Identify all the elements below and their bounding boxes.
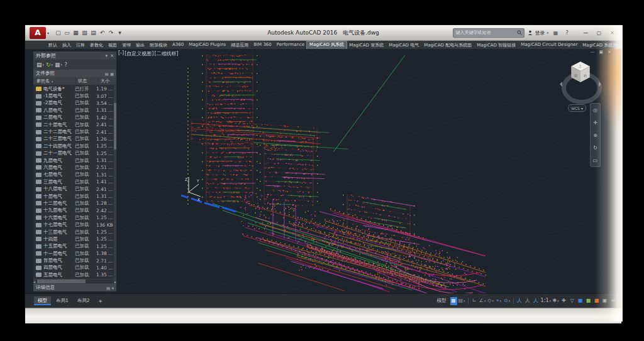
zoom-icon[interactable]: ⊕ [593,133,597,138]
details-header[interactable]: 详细信息 ▤▾ [33,284,116,291]
ribbon-tab[interactable]: MagiCAD 管系统 [347,41,386,49]
viewcube-cube[interactable]: 上 前 右 [570,62,591,83]
layout-tab-+[interactable]: + [95,297,106,305]
grid-icon[interactable]: ▦ [450,297,457,305]
xref-row[interactable]: 九层电气已加载1.31 ... [33,157,116,164]
drawing-close-icon[interactable]: ✕ [608,50,611,55]
workspace-icon[interactable]: ✱▾ [552,297,559,305]
customize-icon[interactable]: ≡ [609,297,616,305]
xref-row[interactable]: 五层电气已加载1.35 ... [33,271,116,278]
vertical-scrollbar[interactable] [114,85,116,279]
signin-button[interactable]: 登录 ▾ [528,30,548,36]
redo-icon[interactable]: ↷ [108,29,114,36]
xref-row[interactable]: 二十一层电气已加载1.25 ... [33,150,116,157]
tree-view-icon[interactable]: ▦ [110,72,114,76]
ribbon-tab[interactable]: 附加模块 [147,41,170,49]
close-button[interactable]: ✕ [606,28,619,38]
navigation-bar[interactable]: ◎✛⊕↻▭ [590,103,601,167]
visual-style-control[interactable]: [二维线框] [154,50,178,57]
layout-tab-布局2[interactable]: 布局2 [74,296,94,305]
xref-palette-titlebar[interactable]: 外部参照 ▾✕ [33,51,116,60]
xref-row[interactable]: 四层电气已加载1.40 ... [33,264,116,271]
column-size[interactable]: 大小 [99,78,116,84]
clean-screen-icon[interactable]: ▣ [601,297,608,305]
minimize-button[interactable]: — [579,28,592,38]
scroll-left-icon[interactable]: ◂ [33,279,35,284]
orbit-icon[interactable]: ↻ [593,145,597,151]
hscroll-track[interactable] [36,279,114,283]
xref-row[interactable]: -2层电气已加载3.54 ... [33,100,116,107]
hscroll-thumb[interactable] [37,279,86,283]
ortho-icon[interactable]: ∟ [471,297,478,305]
isolate-objects-icon[interactable]: ■ [585,297,592,305]
pan-icon[interactable]: ✛ [593,120,597,126]
ribbon-tab[interactable]: 默认 [46,41,60,49]
ribbon-tab[interactable]: MagiCAD 智能链接 [474,41,518,49]
palette-menu-icon[interactable]: ▾ [106,53,108,58]
ribbon-tab[interactable]: 精选应用 [228,41,251,49]
xref-row[interactable]: 三层电气已加载1.41 ... [33,178,116,185]
list-view-icon[interactable]: ▤ [105,72,109,76]
xref-row[interactable]: 十五层电气已加载1.25 ... [33,243,116,250]
qat-dropdown-icon[interactable]: ▾ [116,29,123,36]
refresh-icon[interactable]: ↻▾ [46,62,53,68]
xref-row[interactable]: -1层电气已加载3.07 ... [33,92,116,99]
add-icon[interactable]: ✚ [560,297,567,305]
column-status[interactable]: 状态 [76,78,99,84]
annotation-visibility-icon[interactable]: 人 [516,297,523,305]
ribbon-tab[interactable]: MagiCAD Circuit Designer [518,41,580,49]
annotation-scale-icon[interactable]: 人 [533,297,540,305]
trim-extend-icon[interactable]: ■ [593,297,600,305]
drawing-area[interactable]: [-] [自定义视图] [二维线框] — ▣ ✕ 上 前 [25,49,621,293]
drawing-minimize-icon[interactable]: — [591,50,595,55]
xref-row[interactable]: 十二层电气已加载1.28 ... [33,200,116,207]
ribbon-tab[interactable]: MagiCAD 风系统 [307,41,347,49]
ribbon-tab[interactable]: Performance [274,41,307,49]
xref-row[interactable]: 电气设备*已打开1.19 ... [33,85,116,92]
xref-row[interactable]: 二十二层电气已加载2.41 ... [33,128,116,135]
wcs-menu[interactable]: WCS ▾ [568,104,586,112]
ribbon-tab[interactable]: 参数化 [87,41,106,49]
scroll-right-icon[interactable]: ▸ [114,279,116,284]
snap-mode-icon[interactable]: ▤▾ [458,297,465,305]
filter-icon[interactable]: ▽ [569,297,575,305]
xref-help-icon[interactable]: ? [64,62,67,68]
ribbon-tab[interactable]: 插入 [60,41,74,49]
xref-row[interactable]: 十一层电气已加载1.38 ... [33,250,116,257]
view-control[interactable]: [自定义视图] [125,50,153,57]
ribbon-tab[interactable]: MagiCAD 电气 [386,41,421,49]
xref-row[interactable]: 十三层电气已加载1.25 ... [33,229,116,235]
search-icon[interactable] [517,30,522,35]
save-as-icon[interactable]: ▧ [81,29,88,36]
details-panel-icon[interactable]: ▤ [106,286,110,290]
xref-row[interactable]: 七层电气已加载1.31 ... [33,171,116,178]
xref-row[interactable]: 二十三层电气已加载1.26 ... [33,136,116,143]
ribbon-tab[interactable]: BIM 360 [251,41,274,49]
search-input[interactable]: 键入关键字或短语 [453,28,525,38]
attach-xref-icon[interactable]: ▤▾ [36,62,44,68]
osnap-icon[interactable]: ⌖▾ [496,297,502,305]
polar-tracking-icon[interactable]: ∠▾ [479,297,486,305]
xref-row[interactable]: 十六层电气已加载1.25 ... [33,214,116,221]
xref-row[interactable]: 二十四层电气已加载1.25 ... [33,143,116,149]
ribbon-tab[interactable]: 输出 [133,41,147,49]
open-icon[interactable]: ▭ [64,29,70,36]
otrack-icon[interactable]: ⊙▾ [504,297,511,305]
app-menu-dropdown-icon[interactable]: ▾ [47,31,49,35]
viewport-corner-control[interactable]: [-] [118,50,124,57]
ribbon-tab[interactable]: MagiCAD 系统设计 [580,41,621,49]
details-collapse-icon[interactable]: ▾ [112,286,114,290]
drawing-restore-icon[interactable]: ▣ [599,50,604,55]
layout-tab-模型[interactable]: 模型 [34,296,51,305]
isodraft-icon[interactable]: ◇▾ [487,297,494,305]
application-menu-button[interactable]: A [30,27,46,39]
ribbon-tab[interactable]: 视图 [106,41,119,49]
xref-row[interactable]: 十层电气已加载1.31 ... [33,193,116,200]
xref-row[interactable]: 首层电气已加载2.71 ... [33,257,116,264]
xref-row[interactable]: 二十层电气已加载2.41 ... [33,121,116,128]
viewcube-west-arrow-icon[interactable] [557,82,562,87]
autoscale-icon[interactable]: 人 [525,297,531,305]
scale-value[interactable]: 1:1▾ [541,297,551,305]
maximize-button[interactable]: ▢ [592,28,606,38]
ribbon-tab[interactable]: A360 [170,41,186,49]
